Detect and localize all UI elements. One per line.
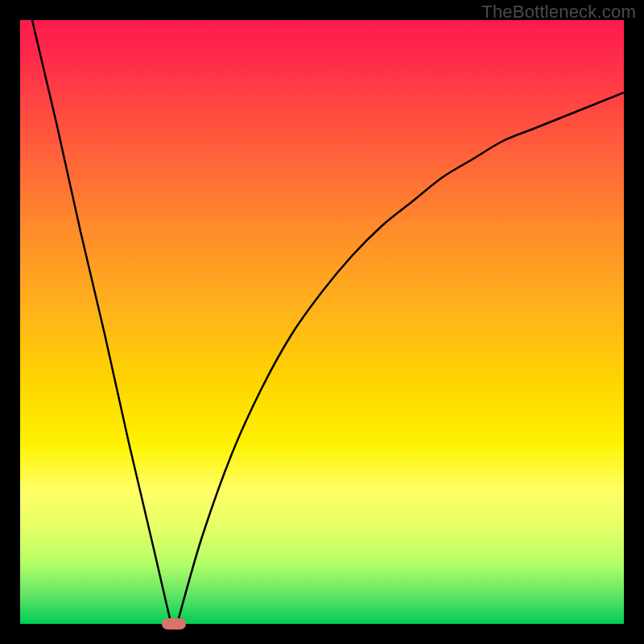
chart-curve-svg: [20, 20, 624, 624]
curve-right-branch: [177, 93, 624, 624]
curve-left-branch: [32, 20, 171, 624]
chart-frame: [20, 20, 624, 624]
bottleneck-marker: [162, 618, 186, 630]
